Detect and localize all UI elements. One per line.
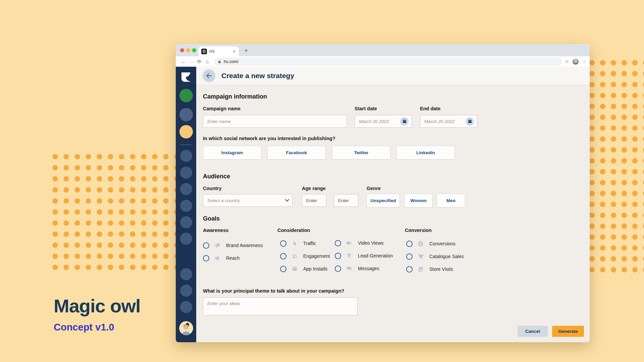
radio-button[interactable] (335, 253, 341, 259)
campaign-name-label: Campaign name (203, 106, 240, 111)
goal-label: Messages (358, 266, 379, 271)
genre-option-unspecified[interactable]: Unspecified (367, 194, 400, 207)
forward-icon[interactable]: → (187, 59, 195, 64)
goal-option-traffic[interactable]: Traffic (280, 239, 330, 247)
browser-menu-icon[interactable]: ⋮ (582, 59, 586, 64)
goal-option-app-installs[interactable]: App Instails (280, 265, 330, 273)
app-sidebar (176, 67, 196, 342)
arrow-left-icon (206, 73, 212, 78)
megaphone-icon (214, 242, 220, 248)
social-option-facebook[interactable]: Facebook (267, 146, 326, 160)
goal-option-engagement[interactable]: Engagement (280, 252, 330, 260)
radio-button[interactable] (335, 240, 341, 246)
end-date-label: End date (420, 106, 440, 111)
sidebar-item-6[interactable] (180, 183, 192, 195)
calendar-icon[interactable] (400, 117, 409, 126)
end-date-placeholder: March 20 2022 (424, 119, 466, 124)
address-bar[interactable]: hs.com/ (214, 58, 562, 66)
goal-label: Brand Awareness (226, 243, 263, 248)
radio-button[interactable] (280, 266, 286, 272)
sidebar-divider (180, 144, 192, 145)
funnel-icon (346, 253, 352, 259)
page-title: Create a new strategy (221, 72, 294, 80)
goal-label: Lead Generation (358, 253, 393, 258)
window-zoom-button[interactable] (192, 48, 196, 52)
goal-option-catalogue-sales[interactable]: Catalogue Sales (406, 252, 464, 260)
sidebar-item-12[interactable] (180, 301, 192, 313)
social-option-twitter[interactable]: Twitter (332, 146, 390, 160)
cube-icon (291, 266, 298, 272)
goal-option-brand-awareness[interactable]: Brand Awareness (203, 241, 263, 249)
genre-option-women[interactable]: Women (404, 194, 433, 207)
social-option-linkedin[interactable]: Linkedin (396, 146, 455, 160)
campaign-section-heading: Campaign information (203, 93, 267, 100)
radio-button[interactable] (406, 266, 413, 273)
goal-option-messages[interactable]: Messages (335, 264, 393, 273)
home-icon[interactable]: ⌂ (203, 59, 211, 64)
sidebar-item-8[interactable] (180, 216, 192, 228)
radio-button[interactable] (406, 241, 413, 247)
goal-option-lead-generation[interactable]: Lead Generation (335, 252, 393, 260)
goal-option-reach[interactable]: Reach (203, 254, 263, 262)
bookmark-star-icon[interactable]: ☆ (565, 59, 569, 65)
age-range-label: Age range (302, 186, 326, 191)
page-header: Create a new strategy (196, 67, 590, 85)
browser-tab[interactable]: HS × (199, 46, 239, 56)
goal-label: Traffic (303, 241, 316, 246)
social-option-instagram[interactable]: Instagram (203, 146, 261, 160)
sidebar-item-2[interactable] (179, 108, 193, 121)
country-select[interactable]: Select a country (203, 194, 292, 207)
window-minimize-button[interactable] (186, 48, 190, 52)
desktop-background: Magic owl Concept v1.0 HS × + ← → ⟳ ⌂ (0, 0, 644, 362)
tab-close-icon[interactable]: × (232, 49, 236, 54)
reload-icon[interactable]: ⟳ (195, 59, 203, 65)
campaign-name-input[interactable] (203, 115, 347, 128)
sidebar-item-9[interactable] (180, 233, 192, 245)
sidebar-item-active[interactable] (179, 89, 193, 102)
tab-title: HS (209, 49, 232, 53)
window-close-button[interactable] (180, 48, 184, 52)
awareness-column-title: Awareness (203, 228, 228, 233)
age-max-input[interactable] (334, 194, 358, 207)
goal-label: Reach (226, 255, 239, 261)
radio-button[interactable] (406, 253, 413, 260)
share-nodes-icon (214, 255, 220, 261)
back-icon[interactable]: ← (179, 59, 187, 64)
goal-label: Store Visits (429, 266, 453, 272)
age-min-input[interactable] (302, 194, 326, 207)
country-placeholder: Select a country (207, 198, 285, 203)
user-avatar[interactable] (179, 321, 193, 335)
calendar-icon[interactable] (466, 117, 474, 126)
goal-option-store-visits[interactable]: Store Visits (406, 265, 464, 273)
sidebar-item-highlight[interactable] (179, 125, 193, 138)
back-button[interactable] (203, 69, 215, 82)
goal-label: Video Views (358, 240, 384, 246)
sidebar-item-10[interactable] (180, 268, 192, 280)
radio-button[interactable] (203, 242, 209, 249)
theme-question: What is your principal theme to talk abo… (203, 288, 344, 294)
goal-option-video-views[interactable]: Video Views (335, 239, 393, 247)
generate-button[interactable]: Generate (552, 326, 584, 337)
goal-option-conversions[interactable]: Conversions (406, 240, 464, 248)
start-date-input[interactable]: March 20 2022 (355, 115, 412, 128)
goal-label: Conversions (429, 241, 455, 246)
theme-textarea[interactable] (203, 297, 358, 315)
storefront-icon (418, 266, 424, 272)
goal-label: Engagement (303, 253, 330, 259)
dot-pattern-right (587, 57, 644, 276)
end-date-input[interactable]: March 20 2022 (420, 115, 477, 128)
app-logo-icon[interactable] (181, 72, 191, 84)
radio-button[interactable] (335, 265, 341, 272)
radio-button[interactable] (280, 253, 286, 259)
sidebar-item-5[interactable] (180, 167, 192, 179)
sidebar-item-4[interactable] (180, 150, 192, 162)
radio-button[interactable] (203, 255, 209, 261)
sidebar-item-7[interactable] (180, 200, 192, 212)
cancel-button[interactable]: Cancel (518, 326, 548, 337)
radio-button[interactable] (280, 240, 286, 247)
site-favicon (201, 49, 207, 54)
browser-profile-avatar[interactable] (573, 59, 579, 65)
new-tab-button[interactable]: + (241, 46, 251, 55)
sidebar-item-11[interactable] (180, 285, 192, 297)
genre-option-men[interactable]: Men (437, 194, 465, 207)
